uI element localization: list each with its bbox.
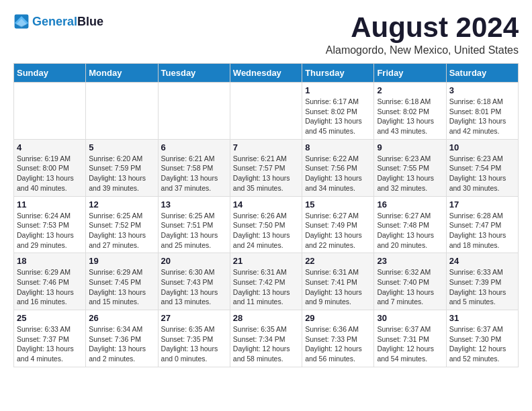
day-info: Sunrise: 6:24 AM Sunset: 7:53 PM Dayligh… (17, 211, 83, 250)
day-number: 4 (17, 142, 83, 152)
day-number: 21 (233, 256, 299, 266)
day-number: 18 (17, 256, 83, 266)
day-number: 6 (161, 142, 227, 152)
day-info: Sunrise: 6:29 AM Sunset: 7:45 PM Dayligh… (89, 267, 154, 307)
calendar-cell (158, 83, 230, 140)
calendar-cell: 9Sunrise: 6:23 AM Sunset: 7:55 PM Daylig… (374, 139, 446, 196)
day-number: 3 (449, 85, 515, 95)
calendar-week-5: 25Sunrise: 6:33 AM Sunset: 7:37 PM Dayli… (14, 310, 519, 367)
calendar-cell: 11Sunrise: 6:24 AM Sunset: 7:53 PM Dayli… (14, 196, 86, 253)
calendar-cell: 1Sunrise: 6:17 AM Sunset: 8:02 PM Daylig… (302, 83, 374, 140)
logo-text: GeneralBlue (32, 15, 103, 29)
day-info: Sunrise: 6:35 AM Sunset: 7:34 PM Dayligh… (233, 324, 299, 364)
calendar-cell: 8Sunrise: 6:22 AM Sunset: 7:56 PM Daylig… (302, 139, 374, 196)
day-info: Sunrise: 6:31 AM Sunset: 7:42 PM Dayligh… (233, 267, 299, 307)
main-title: August 2024 (326, 13, 519, 42)
calendar-cell: 25Sunrise: 6:33 AM Sunset: 7:37 PM Dayli… (14, 310, 86, 367)
day-number: 23 (377, 256, 443, 266)
calendar-week-4: 18Sunrise: 6:29 AM Sunset: 7:46 PM Dayli… (14, 253, 519, 310)
day-header-sunday: Sunday (14, 64, 86, 83)
day-number: 28 (233, 313, 299, 323)
day-number: 22 (305, 256, 371, 266)
calendar-cell: 29Sunrise: 6:36 AM Sunset: 7:33 PM Dayli… (302, 310, 374, 367)
calendar-cell (14, 83, 86, 140)
day-number: 10 (449, 142, 515, 152)
calendar-cell: 27Sunrise: 6:35 AM Sunset: 7:35 PM Dayli… (158, 310, 230, 367)
day-info: Sunrise: 6:29 AM Sunset: 7:46 PM Dayligh… (17, 267, 83, 307)
day-info: Sunrise: 6:36 AM Sunset: 7:33 PM Dayligh… (305, 324, 371, 364)
calendar-cell: 18Sunrise: 6:29 AM Sunset: 7:46 PM Dayli… (14, 253, 86, 310)
calendar-cell: 12Sunrise: 6:25 AM Sunset: 7:52 PM Dayli… (86, 196, 158, 253)
day-number: 12 (89, 199, 154, 210)
page-header: GeneralBlue August 2024 Alamogordo, New … (13, 13, 519, 56)
calendar-cell (86, 83, 158, 140)
day-number: 26 (89, 313, 154, 323)
day-info: Sunrise: 6:30 AM Sunset: 7:43 PM Dayligh… (161, 267, 227, 307)
day-number: 7 (233, 142, 299, 152)
calendar-week-1: 1Sunrise: 6:17 AM Sunset: 8:02 PM Daylig… (14, 83, 519, 140)
calendar-cell: 15Sunrise: 6:27 AM Sunset: 7:49 PM Dayli… (302, 196, 374, 253)
day-info: Sunrise: 6:28 AM Sunset: 7:47 PM Dayligh… (449, 211, 515, 250)
title-area: August 2024 Alamogordo, New Mexico, Unit… (326, 13, 519, 56)
calendar-cell: 7Sunrise: 6:21 AM Sunset: 7:57 PM Daylig… (230, 139, 302, 196)
day-info: Sunrise: 6:27 AM Sunset: 7:48 PM Dayligh… (377, 211, 443, 250)
day-header-wednesday: Wednesday (230, 64, 302, 83)
day-info: Sunrise: 6:26 AM Sunset: 7:50 PM Dayligh… (233, 211, 299, 250)
day-info: Sunrise: 6:31 AM Sunset: 7:41 PM Dayligh… (305, 267, 371, 307)
day-info: Sunrise: 6:33 AM Sunset: 7:37 PM Dayligh… (17, 324, 83, 364)
day-number: 27 (161, 313, 227, 323)
day-info: Sunrise: 6:22 AM Sunset: 7:56 PM Dayligh… (305, 154, 371, 193)
calendar-cell: 20Sunrise: 6:30 AM Sunset: 7:43 PM Dayli… (158, 253, 230, 310)
day-number: 2 (377, 85, 443, 95)
calendar-cell: 22Sunrise: 6:31 AM Sunset: 7:41 PM Dayli… (302, 253, 374, 310)
calendar-table: SundayMondayTuesdayWednesdayThursdayFrid… (13, 63, 519, 367)
calendar-cell: 24Sunrise: 6:33 AM Sunset: 7:39 PM Dayli… (446, 253, 518, 310)
day-info: Sunrise: 6:32 AM Sunset: 7:40 PM Dayligh… (377, 267, 443, 307)
day-info: Sunrise: 6:21 AM Sunset: 7:58 PM Dayligh… (161, 154, 227, 193)
calendar-cell: 16Sunrise: 6:27 AM Sunset: 7:48 PM Dayli… (374, 196, 446, 253)
day-info: Sunrise: 6:37 AM Sunset: 7:30 PM Dayligh… (449, 324, 515, 364)
calendar-header-row: SundayMondayTuesdayWednesdayThursdayFrid… (14, 64, 519, 83)
calendar-week-2: 4Sunrise: 6:19 AM Sunset: 8:00 PM Daylig… (14, 139, 519, 196)
day-header-tuesday: Tuesday (158, 64, 230, 83)
calendar-body: 1Sunrise: 6:17 AM Sunset: 8:02 PM Daylig… (14, 83, 519, 367)
day-header-saturday: Saturday (446, 64, 518, 83)
day-number: 8 (305, 142, 371, 152)
calendar-cell: 4Sunrise: 6:19 AM Sunset: 8:00 PM Daylig… (14, 139, 86, 196)
calendar-cell: 3Sunrise: 6:18 AM Sunset: 8:01 PM Daylig… (446, 83, 518, 140)
day-info: Sunrise: 6:18 AM Sunset: 8:02 PM Dayligh… (377, 97, 443, 136)
day-number: 14 (233, 199, 299, 210)
calendar-cell: 5Sunrise: 6:20 AM Sunset: 7:59 PM Daylig… (86, 139, 158, 196)
calendar-cell: 14Sunrise: 6:26 AM Sunset: 7:50 PM Dayli… (230, 196, 302, 253)
day-info: Sunrise: 6:37 AM Sunset: 7:31 PM Dayligh… (377, 324, 443, 364)
calendar-week-3: 11Sunrise: 6:24 AM Sunset: 7:53 PM Dayli… (14, 196, 519, 253)
calendar-cell: 31Sunrise: 6:37 AM Sunset: 7:30 PM Dayli… (446, 310, 518, 367)
calendar-cell: 10Sunrise: 6:23 AM Sunset: 7:54 PM Dayli… (446, 139, 518, 196)
day-number: 24 (449, 256, 515, 266)
day-info: Sunrise: 6:23 AM Sunset: 7:55 PM Dayligh… (377, 154, 443, 193)
day-number: 16 (377, 199, 443, 210)
day-number: 30 (377, 313, 443, 323)
day-number: 19 (89, 256, 154, 266)
day-info: Sunrise: 6:25 AM Sunset: 7:51 PM Dayligh… (161, 211, 227, 250)
day-info: Sunrise: 6:21 AM Sunset: 7:57 PM Dayligh… (233, 154, 299, 193)
day-number: 1 (305, 85, 371, 95)
day-info: Sunrise: 6:23 AM Sunset: 7:54 PM Dayligh… (449, 154, 515, 193)
calendar-cell: 17Sunrise: 6:28 AM Sunset: 7:47 PM Dayli… (446, 196, 518, 253)
calendar-cell: 19Sunrise: 6:29 AM Sunset: 7:45 PM Dayli… (86, 253, 158, 310)
day-info: Sunrise: 6:18 AM Sunset: 8:01 PM Dayligh… (449, 97, 515, 136)
day-number: 20 (161, 256, 227, 266)
calendar-cell: 2Sunrise: 6:18 AM Sunset: 8:02 PM Daylig… (374, 83, 446, 140)
day-header-friday: Friday (374, 64, 446, 83)
subtitle: Alamogordo, New Mexico, United States (326, 44, 519, 56)
day-number: 17 (449, 199, 515, 210)
calendar-cell: 23Sunrise: 6:32 AM Sunset: 7:40 PM Dayli… (374, 253, 446, 310)
day-info: Sunrise: 6:17 AM Sunset: 8:02 PM Dayligh… (305, 97, 371, 136)
calendar-cell: 28Sunrise: 6:35 AM Sunset: 7:34 PM Dayli… (230, 310, 302, 367)
day-number: 31 (449, 313, 515, 323)
day-number: 15 (305, 199, 371, 210)
calendar-cell: 21Sunrise: 6:31 AM Sunset: 7:42 PM Dayli… (230, 253, 302, 310)
day-header-thursday: Thursday (302, 64, 374, 83)
day-info: Sunrise: 6:20 AM Sunset: 7:59 PM Dayligh… (89, 154, 154, 193)
calendar-cell (230, 83, 302, 140)
